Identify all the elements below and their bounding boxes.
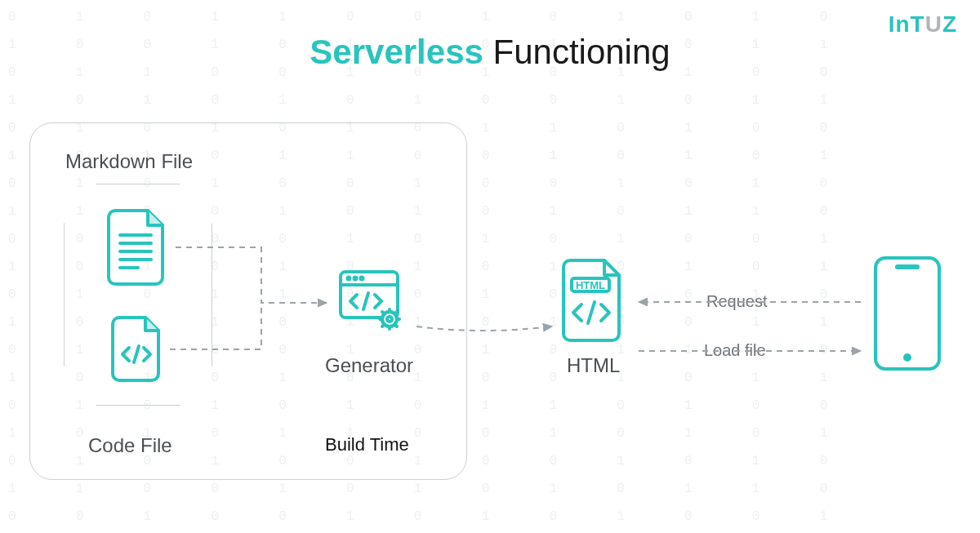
svg-rect-28 bbox=[895, 264, 920, 269]
title-accent: Serverless bbox=[310, 33, 483, 71]
svg-line-25 bbox=[588, 302, 595, 323]
svg-point-10 bbox=[361, 278, 363, 280]
html-label: HTML bbox=[567, 354, 620, 377]
diagram-stage: 0 1 0 1 1 0 0 1 0 1 0 1 0 1 0 0 1 0 1 1 … bbox=[0, 0, 980, 533]
build-time-label: Build Time bbox=[325, 434, 409, 455]
code-file-label: Code File bbox=[88, 434, 172, 457]
html-file-icon: HTML bbox=[560, 257, 626, 344]
svg-point-27 bbox=[903, 353, 911, 362]
markdown-document-icon bbox=[105, 207, 169, 287]
phone-icon bbox=[871, 253, 944, 374]
generator-label: Generator bbox=[325, 354, 413, 377]
generator-icon bbox=[337, 267, 408, 337]
svg-line-22 bbox=[382, 325, 384, 326]
svg-line-21 bbox=[395, 312, 397, 313]
title-rest: Functioning bbox=[483, 33, 670, 71]
load-file-label: Load file bbox=[704, 341, 766, 360]
markdown-file-label: Markdown File bbox=[65, 150, 193, 173]
svg-line-19 bbox=[382, 312, 384, 313]
svg-line-5 bbox=[134, 346, 139, 362]
request-label: Request bbox=[706, 292, 768, 311]
svg-rect-26 bbox=[875, 258, 939, 369]
svg-point-9 bbox=[354, 278, 357, 280]
svg-text:HTML: HTML bbox=[576, 279, 605, 291]
diagram-title: Serverless Functioning bbox=[0, 33, 980, 72]
svg-line-20 bbox=[395, 325, 397, 326]
svg-line-11 bbox=[363, 293, 368, 309]
code-file-icon bbox=[111, 315, 163, 384]
svg-point-8 bbox=[348, 278, 350, 280]
